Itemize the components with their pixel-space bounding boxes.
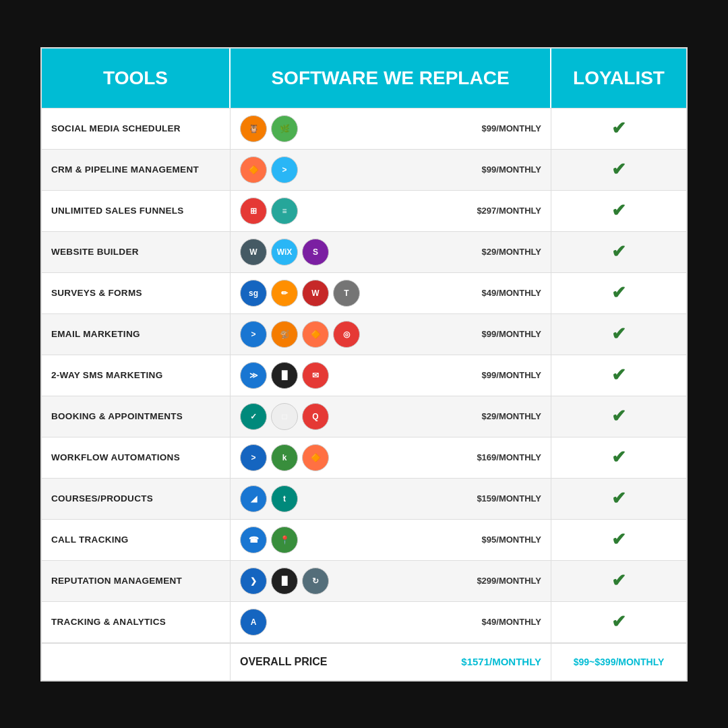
table-row: REPUTATION MANAGEMENT❯▉↻$299/MONTHLY✔ (42, 560, 686, 601)
overall-loyalist-price: $99~$399/MONTHLY (561, 657, 677, 667)
software-cell: ☎📍$95/MONTHLY (231, 520, 551, 560)
table-row: SOCIAL MEDIA SCHEDULER🦉🌿$99/MONTHLY✔ (42, 108, 686, 149)
table-row: BOOKING & APPOINTMENTS✓□Q$29/MONTHLY✔ (42, 396, 686, 437)
price-label: $95/MONTHLY (482, 535, 541, 545)
tool-name-label: CRM & PIPELINE MANAGEMENT (51, 164, 199, 175)
table-row: WEBSITE BUILDERWWiXS$29/MONTHLY✔ (42, 231, 686, 272)
software-cell: ◢t$159/MONTHLY (231, 479, 551, 519)
logo-icon: 🌿 (271, 115, 298, 142)
tool-name-cell: WEBSITE BUILDER (42, 232, 231, 272)
software-header: SOFTWARE WE REPLACE (231, 49, 551, 108)
loyalist-check-cell: ✔ (551, 355, 686, 396)
checkmark-icon: ✔ (611, 282, 626, 303)
tool-name-cell: CRM & PIPELINE MANAGEMENT (42, 150, 231, 190)
price-label: $299/MONTHLY (477, 576, 541, 586)
logo-icon: ↻ (302, 568, 329, 595)
logo-icon: W (302, 280, 329, 307)
logo-icon: ✉ (302, 362, 329, 389)
tool-name-cell: BOOKING & APPOINTMENTS (42, 396, 231, 437)
checkmark-icon: ✔ (611, 529, 626, 550)
logo-icon: T (333, 280, 360, 307)
tool-name-cell: CALL TRACKING (42, 520, 231, 560)
logo-icon: 📍 (271, 526, 298, 553)
table-body: SOCIAL MEDIA SCHEDULER🦉🌿$99/MONTHLY✔CRM … (42, 108, 686, 642)
table-row: CALL TRACKING☎📍$95/MONTHLY✔ (42, 519, 686, 560)
loyalist-check-cell: ✔ (551, 109, 686, 149)
table-row: 2-WAY SMS MARKETING≫▉✉$99/MONTHLY✔ (42, 355, 686, 396)
overall-software-price: $1571/MONTHLY (461, 656, 541, 667)
tool-name-cell: WORKFLOW AUTOMATIONS (42, 437, 231, 478)
software-cell: ✓□Q$29/MONTHLY (231, 396, 551, 437)
tool-name-label: SURVEYS & FORMS (51, 288, 142, 298)
tool-name-cell: 2-WAY SMS MARKETING (42, 355, 231, 396)
price-label: $297/MONTHLY (477, 206, 541, 216)
tools-header: TOOLS (42, 49, 231, 108)
checkmark-icon: ✔ (611, 365, 626, 386)
price-label: $99/MONTHLY (482, 164, 541, 175)
tool-name-cell: SOCIAL MEDIA SCHEDULER (42, 109, 231, 149)
price-label: $99/MONTHLY (482, 370, 541, 380)
tool-name-label: EMAIL MARKETING (51, 329, 140, 339)
software-cell: >🐒🔶◎$99/MONTHLY (231, 314, 551, 355)
price-label: $29/MONTHLY (482, 411, 541, 421)
software-cell: ≫▉✉$99/MONTHLY (231, 355, 551, 396)
checkmark-icon: ✔ (611, 159, 626, 180)
checkmark-icon: ✔ (611, 324, 626, 344)
loyalist-check-cell: ✔ (551, 437, 686, 478)
overall-price-label: OVERALL PRICE (240, 656, 328, 668)
checkmark-icon: ✔ (611, 406, 626, 427)
table-row: TRACKING & ANALYTICSA$49/MONTHLY✔ (42, 601, 686, 642)
logo-icon: S (302, 239, 329, 266)
logo-icon: > (271, 156, 298, 183)
tool-name-cell: UNLIMITED SALES FUNNELS (42, 191, 231, 231)
checkmark-icon: ✔ (611, 447, 626, 468)
tool-name-label: BOOKING & APPOINTMENTS (51, 411, 183, 421)
logo-icon: WiX (271, 239, 298, 266)
logo-icon: ⊞ (240, 198, 267, 224)
logo-icon: ☎ (240, 526, 267, 553)
loyalist-check-cell: ✔ (551, 150, 686, 190)
logo-icon: ≫ (240, 362, 267, 389)
footer-row: OVERALL PRICE $1571/MONTHLY $99~$399/MON… (42, 642, 686, 680)
table-row: WORKFLOW AUTOMATIONS>k🔶$169/MONTHLY✔ (42, 437, 686, 478)
logo-icon: □ (271, 403, 298, 430)
footer-loyalist-cell: $99~$399/MONTHLY (551, 644, 686, 680)
checkmark-icon: ✔ (611, 570, 626, 591)
logo-icon: ▉ (271, 568, 298, 595)
logo-icon: ❯ (240, 568, 267, 595)
tool-name-cell: SURVEYS & FORMS (42, 273, 231, 313)
tool-name-cell: EMAIL MARKETING (42, 314, 231, 355)
logo-icon: ▉ (271, 362, 298, 389)
footer-empty (42, 644, 231, 680)
software-cell: A$49/MONTHLY (231, 602, 551, 642)
tool-name-cell: TRACKING & ANALYTICS (42, 602, 231, 642)
logo-icon: > (240, 444, 267, 471)
logo-icon: sg (240, 280, 267, 307)
table-row: SURVEYS & FORMSsg✏WT$49/MONTHLY✔ (42, 272, 686, 313)
logo-icon: > (240, 321, 267, 348)
tool-name-label: REPUTATION MANAGEMENT (51, 576, 182, 586)
price-label: $29/MONTHLY (482, 247, 541, 257)
logo-icon: Q (302, 403, 329, 430)
logo-icon: ◢ (240, 485, 267, 512)
price-label: $159/MONTHLY (477, 493, 541, 504)
loyalist-check-cell: ✔ (551, 602, 686, 642)
software-cell: >k🔶$169/MONTHLY (231, 437, 551, 478)
tool-name-label: WORKFLOW AUTOMATIONS (51, 452, 180, 462)
loyalist-check-cell: ✔ (551, 273, 686, 313)
checkmark-icon: ✔ (611, 241, 626, 262)
logo-icon: 🔶 (302, 321, 329, 348)
loyalist-check-cell: ✔ (551, 479, 686, 519)
software-cell: ⊞≡$297/MONTHLY (231, 191, 551, 231)
tool-name-label: TRACKING & ANALYTICS (51, 617, 166, 627)
table-row: UNLIMITED SALES FUNNELS⊞≡$297/MONTHLY✔ (42, 190, 686, 231)
price-label: $49/MONTHLY (482, 617, 541, 627)
logo-icon: 🦉 (240, 115, 267, 142)
logo-icon: 🔶 (302, 444, 329, 471)
price-label: $99/MONTHLY (482, 123, 541, 133)
loyalist-check-cell: ✔ (551, 520, 686, 560)
price-label: $99/MONTHLY (482, 329, 541, 339)
software-cell: sg✏WT$49/MONTHLY (231, 273, 551, 313)
logo-icon: ≡ (271, 198, 298, 224)
logo-icon: k (271, 444, 298, 471)
